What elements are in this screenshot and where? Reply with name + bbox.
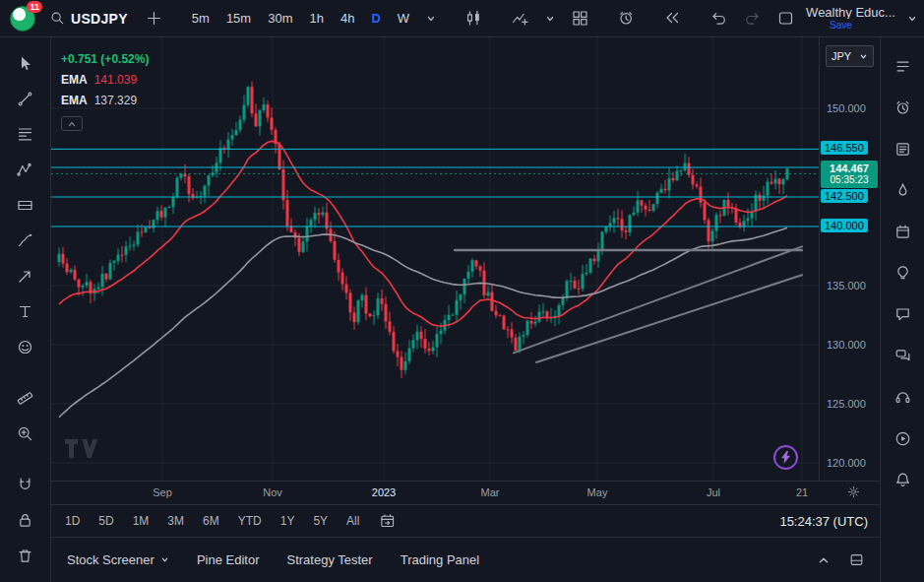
layout-name-button[interactable]: Wealthy Educ... Save (806, 6, 895, 32)
tool-xabcd-pattern[interactable] (9, 156, 42, 184)
timeframe-1w[interactable]: W (393, 8, 414, 29)
multichart-layout-button[interactable] (567, 5, 593, 32)
chevron-down-icon (859, 52, 868, 61)
panel-help[interactable] (887, 382, 918, 412)
panel-notifications[interactable] (887, 465, 918, 494)
select-layout-button[interactable] (772, 5, 799, 32)
timeframe-1d[interactable]: D (366, 8, 385, 29)
chart-legend: +0.751 (+0.52%) EMA141.039 EMA137.329 (61, 49, 149, 131)
tool-remove-drawings[interactable] (9, 542, 42, 570)
bar-replay-button[interactable] (659, 5, 686, 32)
alarm-icon (894, 99, 911, 116)
chevron-down-icon (545, 14, 555, 24)
timeframe-5m[interactable]: 5m (187, 8, 215, 29)
bulb-icon (894, 265, 911, 282)
date-range-bar: 1D 5D 1M 3M 6M YTD 1Y 5Y All 15:24:37 (U… (51, 504, 880, 537)
symbol-search-button[interactable]: USDJPY (44, 7, 134, 31)
indicator-row-ema-fast[interactable]: EMA141.039 (61, 70, 149, 91)
range-ytd[interactable]: YTD (236, 512, 264, 530)
tool-arrow-marker[interactable] (9, 262, 42, 291)
lightning-icon (780, 451, 791, 464)
panel-hotlists[interactable] (887, 175, 918, 205)
tool-lock-all[interactable] (9, 506, 42, 535)
range-1d[interactable]: 1D (63, 512, 82, 530)
range-3m[interactable]: 3M (165, 512, 186, 530)
compare-add-button[interactable] (141, 5, 167, 32)
tool-measure[interactable] (9, 384, 42, 413)
chart-area[interactable]: +0.751 (+0.52%) EMA141.039 EMA137.329 15… (51, 37, 880, 504)
range-6m[interactable]: 6M (201, 512, 221, 530)
panel-news[interactable] (887, 134, 918, 163)
undo-button[interactable] (706, 5, 732, 32)
legend-collapse-button[interactable] (61, 116, 83, 131)
timeframe-menu-button[interactable] (421, 9, 441, 29)
replay-rewind-icon (664, 10, 681, 27)
currency-select[interactable]: JPY (826, 45, 874, 67)
fib-retracement-icon (17, 126, 33, 143)
range-1y[interactable]: 1Y (278, 512, 297, 530)
last-price-badge: 144.46705:35:23 (821, 161, 878, 188)
range-5d[interactable]: 5D (96, 512, 115, 530)
indicators-icon (512, 10, 528, 27)
alert-clock-icon (618, 10, 635, 27)
range-all[interactable]: All (344, 512, 361, 530)
tool-magnet[interactable] (9, 471, 42, 499)
tool-fib-retracement[interactable] (9, 120, 42, 149)
candlestick-plot[interactable] (51, 37, 819, 481)
timeframe-4h[interactable]: 4h (336, 8, 359, 29)
tool-zoom-in[interactable] (9, 420, 42, 448)
tool-text[interactable] (9, 297, 42, 326)
timeframe-30m[interactable]: 30m (263, 8, 297, 29)
indicator-templates-button[interactable] (540, 9, 560, 29)
redo-button[interactable] (739, 5, 766, 32)
timeframe-15m[interactable]: 15m (221, 8, 256, 29)
collapse-panel-button[interactable] (818, 554, 830, 566)
calendar-icon (894, 224, 911, 240)
save-button[interactable]: Save (830, 19, 852, 32)
lock-icon (17, 512, 33, 529)
chart-type-button[interactable] (461, 5, 487, 32)
gear-icon (847, 485, 860, 498)
tab-trading-panel[interactable]: Trading Panel (400, 552, 479, 567)
indicators-button[interactable] (507, 5, 533, 32)
price-scale[interactable]: 150.000145.000140.000135.000130.000125.0… (819, 37, 880, 481)
restore-panel-button[interactable] (849, 552, 864, 567)
layout-menu-button[interactable] (902, 9, 922, 29)
headset-icon (894, 389, 911, 406)
panel-tutorials[interactable] (887, 423, 918, 453)
tab-pine-editor[interactable]: Pine Editor (197, 552, 260, 567)
tool-crosshair[interactable] (9, 49, 42, 78)
panel-chat[interactable] (887, 299, 918, 329)
tab-strategy-tester[interactable]: Strategy Tester (286, 552, 372, 567)
utc-clock[interactable]: 15:24:37 (UTC) (779, 514, 868, 529)
range-5y[interactable]: 5Y (311, 512, 330, 530)
tool-trend-line[interactable] (9, 85, 42, 113)
lightning-button[interactable] (773, 445, 798, 470)
time-label: Mar (481, 486, 500, 498)
tool-long-position[interactable] (9, 191, 42, 220)
tool-emoji[interactable] (9, 333, 42, 361)
panel-alerts[interactable] (887, 93, 918, 122)
account-logo[interactable]: 11 (10, 6, 35, 32)
price-tick: 150.000 (827, 102, 866, 114)
arrow-icon (17, 268, 33, 285)
calendar-goto-icon (380, 513, 396, 529)
ruler-icon (17, 390, 33, 407)
timeframe-1h[interactable]: 1h (304, 8, 328, 29)
create-alert-button[interactable] (613, 5, 640, 32)
time-axis[interactable]: SepNov2023MarMayJul21 (51, 481, 880, 504)
watchlist-icon (894, 58, 911, 75)
symbol-label: USDJPY (71, 11, 128, 27)
axis-settings-button[interactable] (847, 485, 860, 498)
panel-comments[interactable] (887, 341, 918, 370)
currency-value: JPY (832, 50, 851, 62)
indicator-row-ema-slow[interactable]: EMA137.329 (61, 91, 149, 111)
tool-brush[interactable] (9, 226, 42, 255)
tab-stock-screener[interactable]: Stock Screener (67, 552, 169, 567)
range-1m[interactable]: 1M (131, 512, 152, 530)
panel-watchlist[interactable] (887, 51, 918, 81)
chat-bubble-icon (894, 306, 911, 323)
goto-date-button[interactable] (380, 513, 396, 529)
panel-calendar[interactable] (887, 217, 918, 246)
panel-ideas[interactable] (887, 258, 918, 288)
